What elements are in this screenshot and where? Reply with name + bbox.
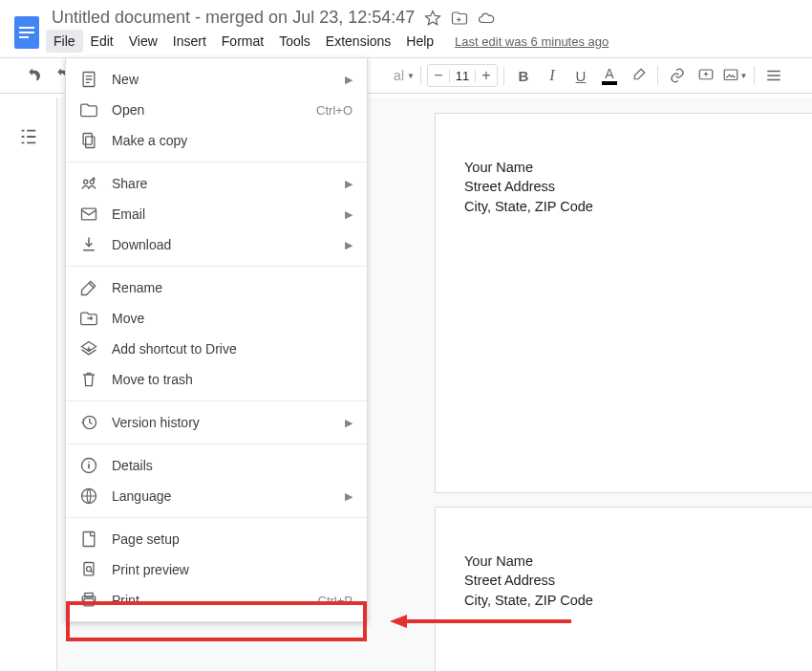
- menu-item-shortcut: Ctrl+O: [316, 103, 353, 118]
- menu-extensions[interactable]: Extensions: [318, 30, 398, 53]
- outline-icon[interactable]: [18, 126, 39, 147]
- menu-item-label: Details: [112, 458, 353, 473]
- font-size-increase[interactable]: +: [476, 67, 497, 84]
- menu-item-label: Open: [112, 102, 316, 118]
- menu-item-label: Email: [112, 206, 345, 222]
- undo-button[interactable]: [19, 63, 46, 88]
- bold-button[interactable]: B: [510, 63, 537, 88]
- menu-file[interactable]: File: [46, 30, 83, 53]
- outline-rail: [0, 97, 57, 671]
- menu-tools[interactable]: Tools: [271, 30, 318, 53]
- svg-rect-11: [83, 532, 95, 547]
- align-button[interactable]: [760, 63, 787, 88]
- document-page-1[interactable]: Your Name Street Address City, State, ZI…: [435, 113, 812, 493]
- menu-item-details[interactable]: Details: [66, 450, 367, 481]
- menu-format[interactable]: Format: [214, 30, 271, 53]
- svg-rect-12: [84, 563, 94, 575]
- submenu-arrow-icon: ▶: [345, 490, 353, 503]
- text-color-button[interactable]: A: [596, 63, 623, 88]
- doc-line: City, State, ZIP Code: [464, 591, 812, 610]
- style-selector-fragment[interactable]: al: [394, 68, 404, 83]
- menu-item-rename[interactable]: Rename: [66, 272, 367, 303]
- menu-insert[interactable]: Insert: [165, 30, 214, 53]
- menu-item-print[interactable]: PrintCtrl+P: [66, 585, 367, 616]
- menu-item-move-to-trash[interactable]: Move to trash: [66, 364, 367, 395]
- svg-point-6: [90, 180, 94, 184]
- menu-item-label: Print preview: [112, 562, 353, 577]
- menu-view[interactable]: View: [121, 30, 165, 53]
- svg-rect-4: [83, 134, 92, 145]
- submenu-arrow-icon: ▶: [345, 178, 353, 190]
- svg-point-5: [84, 180, 88, 184]
- doc-line: Street Address: [464, 177, 812, 196]
- doc-line: Your Name: [464, 552, 812, 571]
- menu-item-label: Download: [112, 237, 345, 252]
- menu-item-label: Move: [112, 311, 353, 326]
- menu-item-download[interactable]: Download▶: [66, 229, 367, 260]
- star-icon[interactable]: [424, 10, 441, 27]
- menu-bar: FileEditViewInsertFormatToolsExtensionsH…: [46, 30, 812, 56]
- menu-item-version-history[interactable]: Version history▶: [66, 407, 367, 438]
- menu-item-add-shortcut-to-drive[interactable]: Add shortcut to Drive: [66, 334, 367, 364]
- menu-item-print-preview[interactable]: Print preview: [66, 554, 367, 585]
- last-edit-link[interactable]: Last edit was 6 minutes ago: [455, 34, 609, 49]
- submenu-arrow-icon: ▶: [345, 208, 353, 221]
- font-size-value[interactable]: 11: [449, 69, 476, 83]
- menu-item-label: Add shortcut to Drive: [112, 341, 353, 357]
- menu-item-move[interactable]: Move: [66, 303, 367, 334]
- menu-item-label: New: [112, 72, 345, 87]
- menu-item-open[interactable]: OpenCtrl+O: [66, 95, 367, 125]
- menu-item-label: Language: [112, 488, 345, 504]
- doc-line: Your Name: [464, 158, 812, 177]
- document-title[interactable]: Untitled document - merged on Jul 23, 12…: [52, 8, 415, 28]
- menu-item-label: Share: [112, 176, 345, 191]
- underline-button[interactable]: U: [567, 63, 594, 88]
- submenu-arrow-icon: ▶: [345, 74, 353, 86]
- submenu-arrow-icon: ▶: [345, 417, 353, 429]
- svg-rect-16: [85, 594, 93, 597]
- menu-item-label: Print: [112, 593, 318, 608]
- menu-item-label: Page setup: [112, 531, 353, 547]
- menu-item-new[interactable]: New▶: [66, 64, 367, 95]
- menu-item-label: Version history: [112, 415, 345, 430]
- italic-button[interactable]: I: [539, 63, 566, 88]
- insert-comment-button[interactable]: [693, 63, 719, 88]
- menu-item-shortcut: Ctrl+P: [318, 594, 353, 608]
- menu-item-page-setup[interactable]: Page setup: [66, 524, 367, 554]
- menu-item-email[interactable]: Email▶: [66, 199, 367, 229]
- svg-rect-3: [86, 137, 95, 148]
- svg-rect-7: [82, 208, 96, 220]
- menu-item-label: Move to trash: [112, 372, 353, 387]
- move-to-folder-icon[interactable]: [451, 10, 468, 27]
- menu-edit[interactable]: Edit: [83, 30, 121, 53]
- document-page-2[interactable]: Your Name Street Address City, State, ZI…: [435, 507, 812, 671]
- menu-item-label: Rename: [112, 280, 353, 295]
- insert-link-button[interactable]: [664, 63, 691, 88]
- svg-rect-1: [724, 70, 737, 80]
- menu-item-share[interactable]: Share▶: [66, 168, 367, 199]
- font-size-decrease[interactable]: −: [428, 67, 449, 84]
- file-menu-dropdown: New▶OpenCtrl+OMake a copyShare▶Email▶Dow…: [65, 57, 368, 622]
- chevron-down-icon: ▼: [407, 72, 415, 80]
- cloud-status-icon[interactable]: [478, 10, 495, 27]
- doc-line: Street Address: [464, 571, 812, 590]
- insert-image-button[interactable]: ▼: [721, 63, 748, 88]
- menu-item-label: Make a copy: [112, 133, 353, 148]
- menu-item-make-a-copy[interactable]: Make a copy: [66, 125, 367, 156]
- menu-item-language[interactable]: Language▶: [66, 481, 367, 511]
- highlight-button[interactable]: [625, 63, 652, 88]
- menu-help[interactable]: Help: [398, 30, 441, 53]
- submenu-arrow-icon: ▶: [345, 239, 353, 251]
- doc-line: City, State, ZIP Code: [464, 197, 812, 216]
- docs-logo[interactable]: [8, 8, 46, 57]
